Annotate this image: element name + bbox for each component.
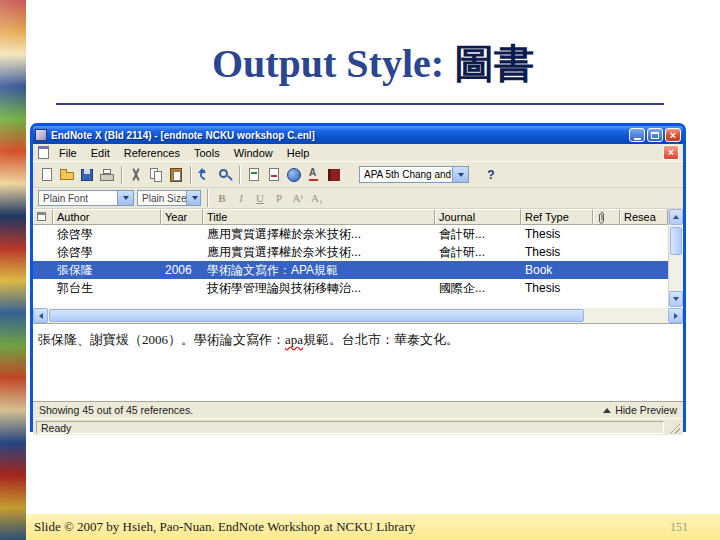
vertical-scroll-track[interactable] bbox=[669, 225, 683, 291]
table-row-selected[interactable]: 張保隆 2006 學術論文寫作：APA規範 Book bbox=[33, 261, 668, 279]
title-underline bbox=[56, 103, 664, 105]
document-icon[interactable] bbox=[38, 146, 49, 159]
header-image-column[interactable] bbox=[33, 209, 53, 225]
page-title-prefix: Output Style: bbox=[212, 41, 454, 86]
toolbar-separator bbox=[121, 166, 122, 184]
preview-citation-before: 張保隆、謝寶煖（2006）。學術論文寫作： bbox=[38, 332, 285, 347]
save-icon[interactable] bbox=[78, 166, 96, 184]
header-ref-type[interactable]: Ref Type bbox=[521, 209, 593, 225]
menu-edit[interactable]: Edit bbox=[84, 146, 117, 160]
vertical-scrollbar[interactable] bbox=[668, 209, 683, 307]
help-button[interactable]: ? bbox=[481, 168, 501, 182]
size-select[interactable]: Plain Size bbox=[137, 190, 201, 206]
horizontal-scroll-thumb[interactable] bbox=[49, 309, 584, 322]
open-link-icon[interactable] bbox=[325, 166, 343, 184]
print-icon[interactable] bbox=[98, 166, 116, 184]
minimize-icon bbox=[634, 138, 641, 140]
menu-references[interactable]: References bbox=[117, 146, 187, 160]
hide-preview-label: Hide Preview bbox=[615, 404, 677, 416]
scroll-down-icon[interactable] bbox=[669, 291, 683, 307]
collapse-icon bbox=[603, 408, 611, 413]
open-library-icon[interactable] bbox=[58, 166, 76, 184]
window-titlebar[interactable]: EndNote X (Bld 2114) - [endnote NCKU wor… bbox=[33, 126, 683, 144]
header-author[interactable]: Author bbox=[53, 209, 161, 225]
header-title[interactable]: Title bbox=[203, 209, 435, 225]
font-select-value: Plain Font bbox=[43, 193, 88, 204]
header-research[interactable]: Resea bbox=[620, 209, 668, 225]
chevron-down-icon[interactable] bbox=[186, 191, 201, 205]
copy-icon[interactable] bbox=[147, 166, 165, 184]
output-style-select[interactable]: APA 5th Chang and bbox=[359, 166, 469, 183]
slide: Output Style: 圖書 EndNote X (Bld 2114) - … bbox=[0, 0, 720, 540]
horizontal-scrollbar[interactable] bbox=[33, 307, 683, 323]
document-close-icon[interactable] bbox=[663, 145, 679, 160]
menu-window[interactable]: Window bbox=[227, 146, 280, 160]
chevron-down-icon[interactable] bbox=[117, 191, 133, 205]
cell-title: 技術學管理論與技術移轉治... bbox=[203, 280, 435, 297]
maximize-button[interactable] bbox=[647, 128, 663, 142]
page-title: Output Style: 圖書 bbox=[26, 36, 720, 91]
superscript-button[interactable]: A¹ bbox=[290, 190, 306, 206]
menu-help[interactable]: Help bbox=[280, 146, 317, 160]
insert-citation-icon[interactable] bbox=[245, 166, 263, 184]
endnote-window: EndNote X (Bld 2114) - [endnote NCKU wor… bbox=[30, 123, 686, 432]
undo-icon[interactable] bbox=[196, 166, 214, 184]
cell-author: 徐啓學 bbox=[53, 244, 161, 261]
menu-bar: File Edit References Tools Window Help bbox=[33, 144, 683, 162]
paperclip-icon bbox=[597, 211, 605, 224]
header-journal[interactable]: Journal bbox=[435, 209, 521, 225]
cell-author: 郭台生 bbox=[53, 280, 161, 297]
spell-check-icon[interactable] bbox=[305, 166, 323, 184]
plain-text-button[interactable]: P bbox=[271, 190, 287, 206]
horizontal-scroll-track[interactable] bbox=[48, 308, 668, 323]
toolbar-separator bbox=[207, 189, 208, 207]
minimize-button[interactable] bbox=[629, 128, 645, 142]
main-toolbar: APA 5th Chang and ? bbox=[33, 162, 683, 188]
size-select-value: Plain Size bbox=[142, 193, 186, 204]
subscript-button[interactable]: A₁ bbox=[309, 190, 325, 206]
hide-preview-button[interactable]: Hide Preview bbox=[603, 404, 677, 416]
cell-ref-type: Thesis bbox=[521, 281, 593, 295]
scroll-right-icon[interactable] bbox=[668, 308, 683, 323]
toolbar-separator bbox=[239, 166, 240, 184]
menu-file[interactable]: File bbox=[52, 146, 84, 160]
list-empty-area bbox=[33, 297, 668, 307]
table-row[interactable]: 郭台生 技術學管理論與技術移轉治... 國際企... Thesis bbox=[33, 279, 668, 297]
format-bibliography-icon[interactable] bbox=[265, 166, 283, 184]
chevron-down-icon[interactable] bbox=[452, 167, 468, 182]
font-select[interactable]: Plain Font bbox=[38, 190, 134, 206]
clipboard-icon bbox=[37, 212, 46, 221]
italic-button[interactable]: I bbox=[233, 190, 249, 206]
toolbar-separator bbox=[190, 166, 191, 184]
search-icon[interactable] bbox=[216, 166, 234, 184]
page-title-emphasis: 圖書 bbox=[454, 41, 534, 86]
scroll-left-icon[interactable] bbox=[33, 308, 48, 323]
slide-footer: Slide © 2007 by Hsieh, Pao-Nuan. EndNote… bbox=[26, 514, 720, 540]
new-reference-icon[interactable] bbox=[38, 166, 56, 184]
format-toolbar: Plain Font Plain Size B I U P A¹ A₁ bbox=[33, 188, 683, 209]
header-attachment[interactable] bbox=[593, 209, 620, 225]
cell-ref-type: Book bbox=[521, 263, 593, 277]
resize-grip[interactable] bbox=[667, 421, 680, 434]
underline-button[interactable]: U bbox=[252, 190, 268, 206]
vertical-scroll-thumb[interactable] bbox=[670, 227, 682, 255]
cut-icon[interactable] bbox=[127, 166, 145, 184]
table-row[interactable]: 徐啓學 應用實質選擇權於奈米技術... 會計研... Thesis bbox=[33, 243, 668, 261]
close-button[interactable] bbox=[665, 128, 681, 142]
maximize-icon bbox=[651, 132, 659, 139]
showing-count: Showing 45 out of 45 references. bbox=[39, 404, 193, 416]
cell-author: 徐啓學 bbox=[53, 226, 161, 243]
menu-tools[interactable]: Tools bbox=[187, 146, 227, 160]
scroll-up-icon[interactable] bbox=[669, 209, 683, 225]
ready-status: Ready bbox=[36, 421, 664, 434]
slide-art-strip bbox=[0, 0, 26, 540]
cell-year: 2006 bbox=[161, 263, 203, 277]
bold-button[interactable]: B bbox=[214, 190, 230, 206]
cell-journal: 會計研... bbox=[435, 226, 521, 243]
paste-icon[interactable] bbox=[167, 166, 185, 184]
header-year[interactable]: Year bbox=[161, 209, 203, 225]
cell-journal: 國際企... bbox=[435, 280, 521, 297]
cell-author: 張保隆 bbox=[53, 262, 161, 279]
table-row[interactable]: 徐啓學 應用實質選擇權於奈米技術... 會計研... Thesis bbox=[33, 225, 668, 243]
online-search-icon[interactable] bbox=[285, 166, 303, 184]
